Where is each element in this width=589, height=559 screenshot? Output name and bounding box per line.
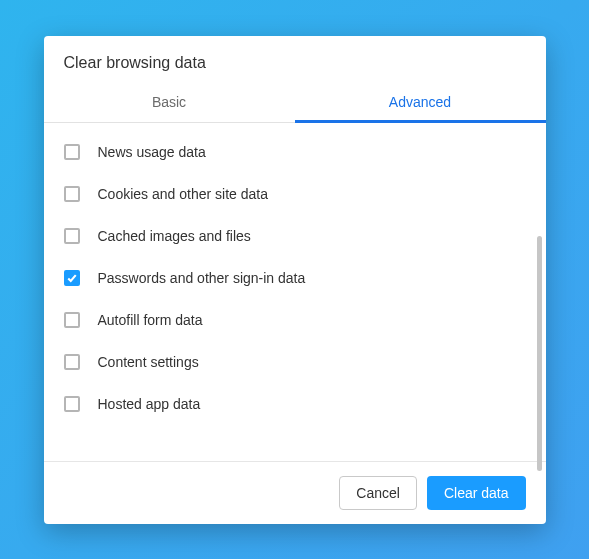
checkbox-hosted-app-data[interactable] bbox=[64, 396, 80, 412]
checkbox-autofill[interactable] bbox=[64, 312, 80, 328]
dialog-footer: Cancel Clear data bbox=[44, 461, 546, 524]
clear-browsing-data-dialog: Clear browsing data Basic Advanced News … bbox=[44, 36, 546, 524]
cancel-button[interactable]: Cancel bbox=[339, 476, 417, 510]
list-item: Hosted app data bbox=[44, 383, 546, 425]
options-list: News usage data Cookies and other site d… bbox=[44, 123, 546, 461]
list-item: News usage data bbox=[44, 131, 546, 173]
list-item: Passwords and other sign-in data bbox=[44, 257, 546, 299]
tab-basic[interactable]: Basic bbox=[44, 84, 295, 122]
checkbox-cached-images[interactable] bbox=[64, 228, 80, 244]
list-item: Cookies and other site data bbox=[44, 173, 546, 215]
option-label: Autofill form data bbox=[98, 312, 203, 328]
tab-advanced[interactable]: Advanced bbox=[295, 84, 546, 122]
checkbox-passwords[interactable] bbox=[64, 270, 80, 286]
option-label: Passwords and other sign-in data bbox=[98, 270, 306, 286]
checkbox-content-settings[interactable] bbox=[64, 354, 80, 370]
tab-label: Basic bbox=[152, 94, 186, 110]
checkbox-cookies[interactable] bbox=[64, 186, 80, 202]
scrollbar[interactable] bbox=[537, 236, 542, 471]
tab-label: Advanced bbox=[389, 94, 451, 110]
clear-data-button[interactable]: Clear data bbox=[427, 476, 526, 510]
option-label: Cookies and other site data bbox=[98, 186, 268, 202]
option-label: News usage data bbox=[98, 144, 206, 160]
list-item: Cached images and files bbox=[44, 215, 546, 257]
list-item: Content settings bbox=[44, 341, 546, 383]
checkbox-news-usage-data[interactable] bbox=[64, 144, 80, 160]
option-label: Cached images and files bbox=[98, 228, 251, 244]
list-item: Autofill form data bbox=[44, 299, 546, 341]
tabs: Basic Advanced bbox=[44, 84, 546, 123]
dialog-title: Clear browsing data bbox=[44, 36, 546, 84]
check-icon bbox=[67, 273, 77, 283]
option-label: Content settings bbox=[98, 354, 199, 370]
option-label: Hosted app data bbox=[98, 396, 201, 412]
